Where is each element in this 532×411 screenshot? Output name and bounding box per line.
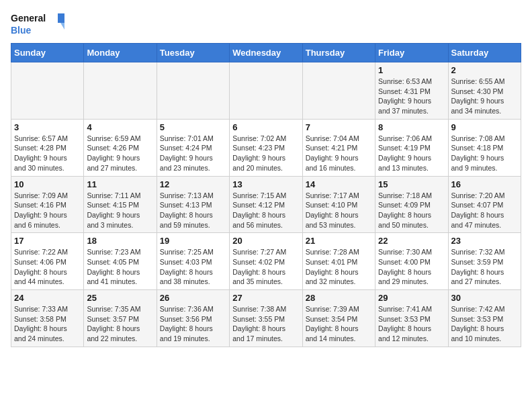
calendar-cell: 9Sunrise: 7:08 AM Sunset: 4:18 PM Daylig… <box>448 119 521 176</box>
day-number: 24 <box>14 293 81 303</box>
day-number: 27 <box>232 293 299 303</box>
day-number: 5 <box>160 122 226 132</box>
day-info: Sunrise: 7:04 AM Sunset: 4:21 PM Dayligh… <box>306 134 372 173</box>
calendar-cell: 13Sunrise: 7:15 AM Sunset: 4:12 PM Dayli… <box>230 176 302 233</box>
day-number: 7 <box>306 122 372 132</box>
day-info: Sunrise: 6:55 AM Sunset: 4:30 PM Dayligh… <box>451 77 518 116</box>
day-info: Sunrise: 7:20 AM Sunset: 4:07 PM Dayligh… <box>451 191 518 230</box>
calendar-cell: 7Sunrise: 7:04 AM Sunset: 4:21 PM Daylig… <box>302 119 375 176</box>
day-info: Sunrise: 7:33 AM Sunset: 3:58 PM Dayligh… <box>14 304 81 344</box>
calendar-cell <box>157 62 229 120</box>
day-number: 19 <box>160 236 226 246</box>
day-number: 22 <box>378 236 445 246</box>
day-info: Sunrise: 7:41 AM Sunset: 3:53 PM Dayligh… <box>378 304 445 344</box>
calendar-cell: 28Sunrise: 7:39 AM Sunset: 3:54 PM Dayli… <box>302 290 375 347</box>
calendar-cell: 6Sunrise: 7:02 AM Sunset: 4:23 PM Daylig… <box>230 119 302 176</box>
day-number: 12 <box>160 179 226 189</box>
day-info: Sunrise: 7:25 AM Sunset: 4:03 PM Dayligh… <box>160 247 226 287</box>
day-number: 1 <box>378 65 445 75</box>
calendar-cell <box>84 62 157 120</box>
header-row: SundayMondayTuesdayWednesdayThursdayFrid… <box>11 44 521 62</box>
calendar-cell: 22Sunrise: 7:30 AM Sunset: 4:00 PM Dayli… <box>375 233 448 290</box>
calendar-cell: 20Sunrise: 7:27 AM Sunset: 4:02 PM Dayli… <box>230 233 302 290</box>
calendar-cell: 19Sunrise: 7:25 AM Sunset: 4:03 PM Dayli… <box>157 233 229 290</box>
calendar-cell: 30Sunrise: 7:42 AM Sunset: 3:53 PM Dayli… <box>448 290 521 347</box>
day-info: Sunrise: 7:09 AM Sunset: 4:16 PM Dayligh… <box>14 191 81 230</box>
column-header-saturday: Saturday <box>448 44 521 62</box>
calendar-cell: 15Sunrise: 7:18 AM Sunset: 4:09 PM Dayli… <box>375 176 448 233</box>
day-info: Sunrise: 7:13 AM Sunset: 4:13 PM Dayligh… <box>160 191 226 230</box>
day-number: 6 <box>232 122 299 132</box>
calendar-cell: 4Sunrise: 6:59 AM Sunset: 4:26 PM Daylig… <box>84 119 157 176</box>
day-info: Sunrise: 7:39 AM Sunset: 3:54 PM Dayligh… <box>306 304 372 344</box>
logo-icon: General Blue <box>11 11 64 38</box>
day-number: 18 <box>87 236 153 246</box>
calendar-cell: 11Sunrise: 7:11 AM Sunset: 4:15 PM Dayli… <box>84 176 157 233</box>
day-info: Sunrise: 6:53 AM Sunset: 4:31 PM Dayligh… <box>378 77 445 116</box>
column-header-sunday: Sunday <box>11 44 84 62</box>
day-number: 16 <box>451 179 518 189</box>
day-number: 25 <box>87 293 153 303</box>
day-info: Sunrise: 7:35 AM Sunset: 3:57 PM Dayligh… <box>87 304 153 344</box>
calendar-cell: 17Sunrise: 7:22 AM Sunset: 4:06 PM Dayli… <box>11 233 84 290</box>
day-number: 10 <box>14 179 81 189</box>
calendar-cell: 12Sunrise: 7:13 AM Sunset: 4:13 PM Dayli… <box>157 176 229 233</box>
day-number: 3 <box>14 122 81 132</box>
calendar-cell: 14Sunrise: 7:17 AM Sunset: 4:10 PM Dayli… <box>302 176 375 233</box>
day-info: Sunrise: 7:18 AM Sunset: 4:09 PM Dayligh… <box>378 191 445 230</box>
day-info: Sunrise: 7:36 AM Sunset: 3:56 PM Dayligh… <box>160 304 226 344</box>
day-info: Sunrise: 7:32 AM Sunset: 3:59 PM Dayligh… <box>451 247 518 287</box>
calendar-cell: 27Sunrise: 7:38 AM Sunset: 3:55 PM Dayli… <box>230 290 302 347</box>
calendar-cell: 25Sunrise: 7:35 AM Sunset: 3:57 PM Dayli… <box>84 290 157 347</box>
calendar-cell <box>230 62 302 120</box>
day-info: Sunrise: 7:15 AM Sunset: 4:12 PM Dayligh… <box>232 191 299 230</box>
day-number: 29 <box>378 293 445 303</box>
column-header-wednesday: Wednesday <box>230 44 302 62</box>
calendar-cell <box>11 62 84 120</box>
day-number: 8 <box>378 122 445 132</box>
column-header-thursday: Thursday <box>302 44 375 62</box>
calendar-cell: 16Sunrise: 7:20 AM Sunset: 4:07 PM Dayli… <box>448 176 521 233</box>
day-info: Sunrise: 7:42 AM Sunset: 3:53 PM Dayligh… <box>451 304 518 344</box>
column-header-tuesday: Tuesday <box>157 44 229 62</box>
calendar-cell: 3Sunrise: 6:57 AM Sunset: 4:28 PM Daylig… <box>11 119 84 176</box>
day-number: 15 <box>378 179 445 189</box>
logo: General Blue <box>11 11 64 38</box>
day-number: 28 <box>306 293 372 303</box>
day-info: Sunrise: 7:06 AM Sunset: 4:19 PM Dayligh… <box>378 134 445 173</box>
day-info: Sunrise: 7:27 AM Sunset: 4:02 PM Dayligh… <box>232 247 299 287</box>
calendar-cell: 26Sunrise: 7:36 AM Sunset: 3:56 PM Dayli… <box>157 290 229 347</box>
day-number: 13 <box>232 179 299 189</box>
week-row-5: 24Sunrise: 7:33 AM Sunset: 3:58 PM Dayli… <box>11 290 521 347</box>
svg-marker-2 <box>58 13 64 23</box>
day-info: Sunrise: 7:23 AM Sunset: 4:05 PM Dayligh… <box>87 247 153 287</box>
day-info: Sunrise: 6:57 AM Sunset: 4:28 PM Dayligh… <box>14 134 81 173</box>
calendar-cell: 5Sunrise: 7:01 AM Sunset: 4:24 PM Daylig… <box>157 119 229 176</box>
day-info: Sunrise: 7:22 AM Sunset: 4:06 PM Dayligh… <box>14 247 81 287</box>
day-number: 2 <box>451 65 518 75</box>
day-info: Sunrise: 7:30 AM Sunset: 4:00 PM Dayligh… <box>378 247 445 287</box>
column-header-monday: Monday <box>84 44 157 62</box>
calendar-cell: 8Sunrise: 7:06 AM Sunset: 4:19 PM Daylig… <box>375 119 448 176</box>
week-row-4: 17Sunrise: 7:22 AM Sunset: 4:06 PM Dayli… <box>11 233 521 290</box>
day-info: Sunrise: 7:17 AM Sunset: 4:10 PM Dayligh… <box>306 191 372 230</box>
day-number: 20 <box>232 236 299 246</box>
day-number: 17 <box>14 236 81 246</box>
day-number: 11 <box>87 179 153 189</box>
calendar-cell: 1Sunrise: 6:53 AM Sunset: 4:31 PM Daylig… <box>375 62 448 120</box>
calendar-cell: 23Sunrise: 7:32 AM Sunset: 3:59 PM Dayli… <box>448 233 521 290</box>
day-info: Sunrise: 7:38 AM Sunset: 3:55 PM Dayligh… <box>232 304 299 344</box>
page-header: General Blue <box>11 11 521 38</box>
svg-text:Blue: Blue <box>11 25 32 36</box>
calendar-cell: 29Sunrise: 7:41 AM Sunset: 3:53 PM Dayli… <box>375 290 448 347</box>
day-info: Sunrise: 7:08 AM Sunset: 4:18 PM Dayligh… <box>451 134 518 173</box>
calendar-cell: 21Sunrise: 7:28 AM Sunset: 4:01 PM Dayli… <box>302 233 375 290</box>
week-row-2: 3Sunrise: 6:57 AM Sunset: 4:28 PM Daylig… <box>11 119 521 176</box>
day-info: Sunrise: 7:11 AM Sunset: 4:15 PM Dayligh… <box>87 191 153 230</box>
svg-marker-3 <box>60 23 64 30</box>
week-row-1: 1Sunrise: 6:53 AM Sunset: 4:31 PM Daylig… <box>11 62 521 120</box>
day-number: 23 <box>451 236 518 246</box>
day-number: 9 <box>451 122 518 132</box>
day-info: Sunrise: 6:59 AM Sunset: 4:26 PM Dayligh… <box>87 134 153 173</box>
calendar-cell: 2Sunrise: 6:55 AM Sunset: 4:30 PM Daylig… <box>448 62 521 120</box>
